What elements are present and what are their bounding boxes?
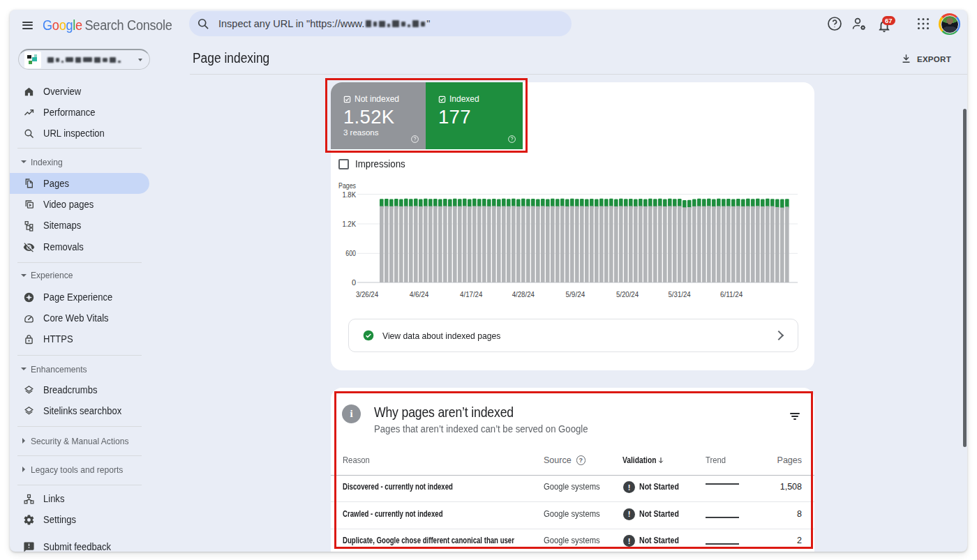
not-indexed-tile[interactable]: Not indexed 1.52K 3 reasons bbox=[331, 82, 426, 149]
scrollbar-thumb[interactable] bbox=[963, 109, 967, 447]
info-icon: i bbox=[342, 404, 361, 423]
sidebar-section-label: Legacy tools and reports bbox=[31, 464, 123, 475]
checked-checkbox-icon[interactable] bbox=[343, 96, 351, 103]
sidebar-item-label: URL inspection bbox=[43, 128, 105, 139]
help-icon[interactable] bbox=[410, 135, 419, 144]
sidebar-item-settings[interactable]: Settings bbox=[10, 509, 159, 530]
column-header-validation[interactable]: Validation bbox=[622, 455, 678, 465]
sidebar-item-label: Breadcrumbs bbox=[43, 384, 97, 395]
sidebar-section-label: Experience bbox=[31, 270, 73, 280]
sidebar-item-video-pages[interactable]: Video pages bbox=[10, 194, 159, 215]
user-settings-icon[interactable] bbox=[851, 15, 867, 32]
sidebar-item-label: Pages bbox=[43, 178, 69, 189]
svg-text:0: 0 bbox=[352, 278, 356, 287]
sidebar-item-overview[interactable]: Overview bbox=[10, 81, 159, 102]
sidebar-item-removals[interactable]: Removals bbox=[10, 236, 159, 257]
sidebar-item-core-web-vitals[interactable]: Core Web Vitals bbox=[10, 308, 159, 328]
sidebar-item-label: Performance bbox=[43, 107, 96, 118]
indexed-value: 177 bbox=[438, 106, 471, 128]
sidebar-item-pages[interactable]: Pages bbox=[10, 173, 149, 194]
video-pages-icon bbox=[23, 199, 35, 211]
page: GoogleSearch Console Inspect any URL in … bbox=[0, 0, 977, 560]
notification-count-badge: 67 bbox=[882, 16, 895, 25]
sidebar-item-sitelinks-searchbox[interactable]: Sitelinks searchbox bbox=[10, 400, 159, 421]
sidebar-item-url-inspection[interactable]: URL inspection bbox=[10, 123, 159, 144]
indexed-tile[interactable]: Indexed 177 bbox=[426, 82, 523, 149]
help-icon[interactable] bbox=[507, 135, 516, 144]
svg-text:5/20/24: 5/20/24 bbox=[616, 290, 639, 298]
search-placeholder: Inspect any URL in "https://www." bbox=[218, 18, 430, 29]
view-data-label: View data about indexed pages bbox=[382, 331, 500, 341]
svg-text:3/26/24: 3/26/24 bbox=[356, 290, 378, 298]
url-inspect-searchbar[interactable]: Inspect any URL in "https://www." bbox=[189, 11, 572, 36]
sidebar-item-page-experience[interactable]: Page Experience bbox=[10, 287, 159, 308]
sidebar-item-label: Video pages bbox=[43, 199, 94, 210]
sidebar-item-performance[interactable]: Performance bbox=[10, 102, 159, 123]
sidebar-divider bbox=[17, 426, 142, 427]
indexed-label: Indexed bbox=[449, 94, 479, 104]
triangle-down-icon bbox=[21, 368, 27, 370]
sidebar-section-experience[interactable]: Experience bbox=[10, 268, 159, 282]
menu-icon[interactable] bbox=[22, 22, 33, 29]
help-icon[interactable] bbox=[826, 15, 843, 32]
column-header-pages[interactable]: Pages bbox=[767, 455, 802, 465]
apps-grid-icon[interactable] bbox=[915, 15, 932, 32]
column-header-source[interactable]: Source? bbox=[544, 455, 586, 465]
sidebar-item-label: Overview bbox=[43, 86, 81, 97]
logo-product-name: Search Console bbox=[85, 17, 172, 33]
column-label: Trend bbox=[706, 455, 726, 465]
filter-icon[interactable] bbox=[790, 413, 800, 421]
checked-checkbox-icon[interactable] bbox=[438, 96, 446, 103]
issue-row-pages: 1,508 bbox=[746, 482, 802, 492]
lock-icon bbox=[23, 333, 35, 345]
svg-text:6/11/24: 6/11/24 bbox=[720, 290, 743, 298]
sidebar-item-links[interactable]: Links bbox=[10, 488, 159, 509]
sitelinks-icon bbox=[23, 405, 35, 417]
impressions-toggle[interactable]: Impressions bbox=[338, 158, 408, 169]
view-data-row[interactable]: View data about indexed pages bbox=[348, 319, 798, 352]
issue-row-source: Google systems bbox=[544, 482, 600, 492]
google-logo-text: Google bbox=[43, 17, 82, 33]
sidebar-item-https[interactable]: HTTPS bbox=[10, 328, 159, 349]
column-header-trend[interactable]: Trend bbox=[706, 455, 728, 465]
column-label: Source bbox=[544, 455, 572, 465]
column-label: Validation bbox=[622, 455, 656, 465]
sidebar-item-label: Core Web Vitals bbox=[43, 312, 109, 324]
issue-row-reason[interactable]: Discovered - currently not indexed bbox=[343, 482, 453, 492]
check-circle-icon bbox=[363, 330, 374, 341]
impressions-checkbox[interactable] bbox=[338, 159, 349, 169]
chevron-right-icon bbox=[774, 331, 784, 340]
sidebar-section-security-manual-actions[interactable]: Security & Manual Actions bbox=[10, 434, 159, 448]
sidebar-section-legacy-tools-and-reports[interactable]: Legacy tools and reports bbox=[10, 462, 159, 476]
sidebar-section-enhancements[interactable]: Enhancements bbox=[10, 362, 159, 376]
page-title: Page indexing bbox=[193, 50, 269, 66]
svg-text:1.2K: 1.2K bbox=[342, 220, 356, 228]
page-experience-icon bbox=[23, 292, 35, 303]
impressions-label: Impressions bbox=[355, 158, 405, 169]
links-icon bbox=[23, 493, 35, 505]
trend-sparkline bbox=[706, 543, 739, 545]
export-button[interactable]: EXPORT bbox=[900, 53, 951, 65]
triangle-right-icon bbox=[22, 467, 25, 472]
not-indexed-label: Not indexed bbox=[355, 94, 399, 104]
sidebar-section-label: Security & Manual Actions bbox=[31, 436, 128, 446]
property-selector[interactable] bbox=[18, 49, 150, 70]
property-favicon bbox=[24, 52, 41, 68]
issue-row-pages: 2 bbox=[746, 536, 802, 545]
issue-row-source: Google systems bbox=[544, 536, 600, 545]
help-icon[interactable]: ? bbox=[576, 455, 586, 465]
export-label: EXPORT bbox=[917, 55, 951, 63]
sort-desc-icon bbox=[657, 456, 665, 464]
sidebar-item-submit-feedback[interactable]: Submit feedback bbox=[10, 536, 159, 552]
svg-text:1.8K: 1.8K bbox=[342, 190, 356, 199]
indexing-chart: Pages1.8K1.2K60003/26/244/6/244/17/244/2… bbox=[331, 174, 814, 314]
sidebar-item-breadcrumbs[interactable]: Breadcrumbs bbox=[10, 379, 159, 400]
trend-sparkline bbox=[706, 483, 739, 485]
avatar[interactable] bbox=[939, 13, 960, 35]
issue-row-reason[interactable]: Duplicate, Google chose different canoni… bbox=[343, 536, 514, 545]
column-header-reason[interactable]: Reason bbox=[343, 455, 373, 465]
sidebar-section-indexing[interactable]: Indexing bbox=[10, 155, 159, 169]
breadcrumbs-icon bbox=[23, 384, 35, 396]
sidebar-item-sitemaps[interactable]: Sitemaps bbox=[10, 215, 159, 236]
issue-row-reason[interactable]: Crawled - currently not indexed bbox=[343, 509, 443, 519]
